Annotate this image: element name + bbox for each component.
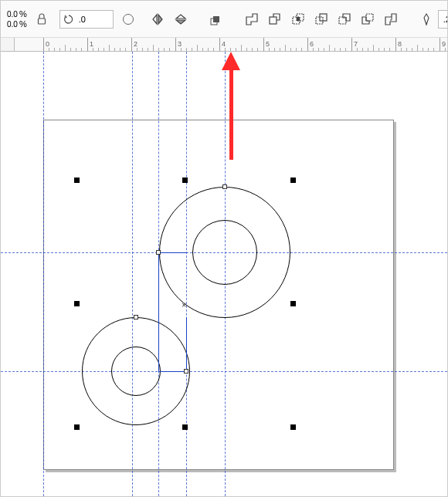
scale-x-value: 0.0 [7,9,18,19]
shape-node[interactable] [156,250,161,255]
ruler-label: 9 [442,40,446,48]
selection-handle[interactable] [290,178,296,183]
shape-node[interactable] [222,184,227,189]
create-boundary-button[interactable] [380,8,402,30]
svg-rect-3 [270,17,277,24]
outline-width-field[interactable] [442,14,448,25]
svg-rect-6 [297,17,300,21]
shape-edge [158,371,186,372]
selection-handle[interactable] [74,178,80,183]
rotation-input[interactable] [59,10,114,29]
trim-button[interactable] [264,8,286,30]
mirror-vertical-button[interactable] [170,8,192,30]
small-donut-inner[interactable] [111,347,161,396]
ruler-label: 2 [134,40,137,48]
ruler-label: 7 [354,40,358,48]
drawing-canvas[interactable]: × [1,52,447,496]
guide-vertical[interactable] [132,52,133,496]
shape-edge [158,252,159,371]
large-donut-inner[interactable] [192,220,257,285]
svg-rect-1 [213,16,219,22]
intersect-button[interactable] [287,8,309,30]
scale-x-unit: % [19,9,27,19]
trim-icon [268,12,282,26]
scale-y-value: 0.0 [7,19,18,29]
app-root: 0.0 % 0.0 % [0,0,448,497]
svg-rect-0 [38,19,45,24]
rotation-field[interactable] [77,14,110,25]
round-corner-icon[interactable] [123,14,134,25]
mirror-horizontal-button[interactable] [147,8,168,30]
back-minus-front-icon [361,12,375,26]
simplify-button[interactable] [311,8,332,30]
scale-coords: 0.0 % 0.0 % [2,1,32,38]
selection-handle[interactable] [182,424,188,430]
ruler-label: 4 [222,40,226,48]
mirror-vertical-icon [174,12,188,26]
shape-edge [186,317,187,371]
ruler-label: 6 [310,40,314,48]
weld-button[interactable] [241,8,263,30]
ruler-corner[interactable] [1,38,15,52]
selection-handle[interactable] [290,301,296,306]
weld-icon [245,12,259,26]
outline-pen-button[interactable] [416,8,437,30]
lock-aspect[interactable] [32,1,52,38]
ruler-label: 8 [398,40,402,48]
guide-vertical[interactable] [43,52,44,496]
shape-node[interactable] [134,315,138,320]
horizontal-ruler[interactable]: 0123456789 [15,38,447,52]
selection-handle[interactable] [290,424,296,430]
rotate-icon [63,14,74,25]
create-boundary-icon [384,12,398,26]
mirror-horizontal-icon [151,12,165,26]
scale-y-unit: % [19,19,27,29]
intersect-icon [291,12,305,26]
ruler-label: 5 [266,40,270,48]
svg-rect-10 [366,14,373,21]
ruler-label: 3 [178,40,182,48]
selection-handle[interactable] [182,178,188,183]
ruler-label: 0 [46,40,49,48]
guide-horizontal[interactable] [1,371,447,372]
order-to-front-button[interactable] [205,8,227,30]
selection-handle[interactable] [74,424,80,430]
outline-pen-icon [419,12,433,26]
selection-handle[interactable] [74,301,80,306]
shape-edge [158,252,186,253]
front-minus-back-icon [338,12,351,26]
to-front-icon [209,12,223,26]
front-minus-back-button[interactable] [334,8,355,30]
lock-icon [36,12,47,26]
back-minus-front-button[interactable] [357,8,378,30]
ruler-label: 1 [90,40,93,48]
property-toolbar: 0.0 % 0.0 % [1,1,447,38]
shape-node[interactable] [184,369,188,374]
selection-center-icon: × [182,300,186,309]
outline-width-input[interactable] [438,10,448,29]
simplify-icon [314,12,328,26]
